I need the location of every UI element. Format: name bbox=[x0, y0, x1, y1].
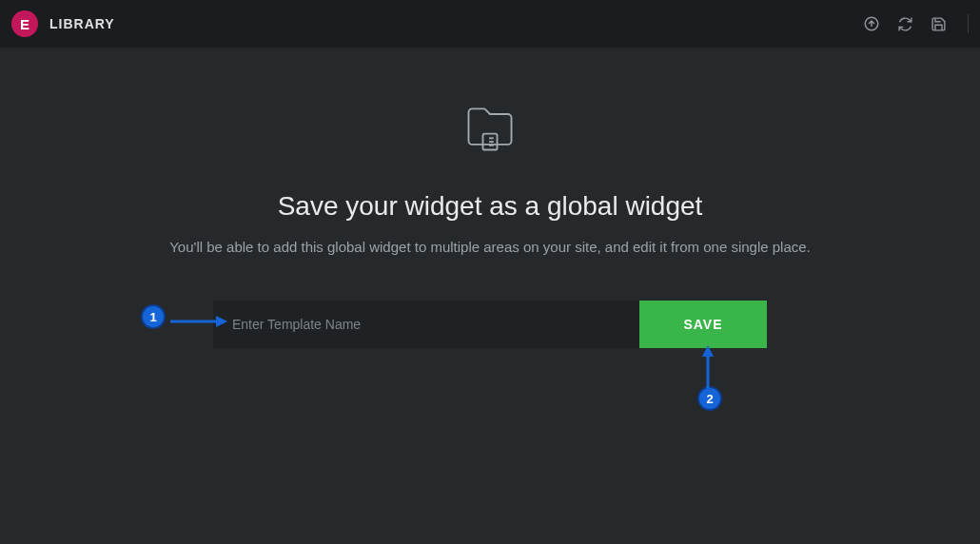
annotation-arrow-2 bbox=[699, 345, 716, 392]
page-title: Save your widget as a global widget bbox=[278, 191, 703, 222]
template-name-input[interactable] bbox=[213, 301, 639, 348]
header-bar: E LIBRARY bbox=[0, 0, 980, 48]
svg-marker-11 bbox=[702, 345, 714, 357]
input-row: SAVE bbox=[213, 301, 767, 348]
logo-letter: E bbox=[20, 16, 29, 32]
header-left: E LIBRARY bbox=[11, 10, 115, 37]
elementor-logo: E bbox=[11, 10, 38, 37]
header-divider bbox=[968, 14, 969, 33]
save-button[interactable]: SAVE bbox=[639, 301, 767, 348]
annotation-arrow-1 bbox=[170, 313, 227, 334]
sync-icon[interactable] bbox=[897, 16, 913, 32]
header-right bbox=[863, 14, 969, 33]
import-icon[interactable] bbox=[863, 15, 880, 32]
save-disk-icon[interactable] bbox=[931, 16, 947, 32]
header-title: LIBRARY bbox=[49, 16, 115, 31]
main-content: Save your widget as a global widget You'… bbox=[0, 48, 980, 348]
folder-template-icon bbox=[461, 100, 519, 161]
svg-marker-9 bbox=[216, 316, 227, 327]
page-subtitle: You'll be able to add this global widget… bbox=[169, 239, 811, 255]
